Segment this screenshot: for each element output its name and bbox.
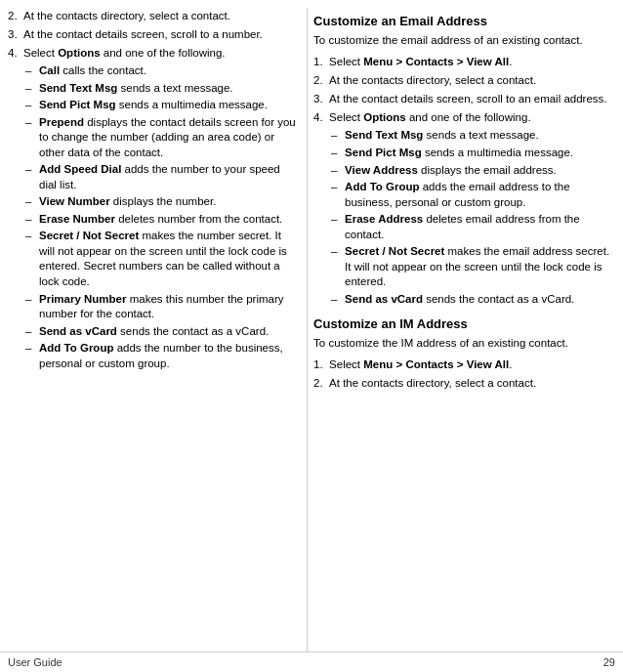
bullet-view-number: – View Number displays the number. — [25, 194, 297, 210]
email-step-3: 3. At the contact details screen, scroll… — [313, 91, 615, 106]
page-container: 2. At the contacts directory, select a c… — [0, 0, 623, 672]
bullet-view-number-text: View Number displays the number. — [39, 194, 297, 210]
step-3-text: At the contact details screen, scroll to… — [23, 26, 297, 42]
email-bullet-send-pict-msg-text: Send Pict Msg sends a multimedia message… — [345, 146, 615, 161]
bullet-erase-number-text: Erase Number deletes number from the con… — [39, 212, 297, 228]
email-bullet-list: – Send Text Msg sends a text message. – … — [331, 128, 615, 307]
email-bullet-send-pict-msg: – Send Pict Msg sends a multimedia messa… — [331, 146, 615, 161]
step-3-num: 3. — [8, 26, 23, 42]
email-step-1: 1. Select Menu > Contacts > View All. — [313, 54, 615, 69]
email-step-4-num: 4. — [313, 109, 329, 125]
email-bullet-send-text-msg: – Send Text Msg sends a text message. — [331, 128, 615, 144]
bullet-dash: – — [25, 194, 39, 210]
email-step-3-text: At the contact details screen, scroll to… — [329, 91, 615, 106]
bullet-dash: – — [25, 324, 39, 340]
step-4: 4. Select Options and one of the followi… — [8, 45, 297, 61]
bullet-send-text-msg-text: Send Text Msg sends a text message. — [39, 81, 297, 97]
bullet-dash: – — [25, 212, 39, 228]
bullet-call-text: Call calls the contact. — [39, 63, 297, 79]
email-bullet-add-to-group-text: Add To Group adds the email address to t… — [345, 180, 615, 210]
bullet-dash: – — [331, 180, 345, 210]
step-2-text: At the contacts directory, select a cont… — [23, 8, 297, 23]
bullet-erase-number: – Erase Number deletes number from the c… — [25, 212, 297, 228]
footer-bar: User Guide 29 — [0, 651, 623, 672]
bullet-send-pict-msg-text: Send Pict Msg sends a multimedia message… — [39, 98, 297, 113]
step-4-text: Select Options and one of the following. — [23, 45, 297, 61]
footer-label: User Guide — [8, 656, 62, 668]
bullet-primary-number-text: Primary Number makes this number the pri… — [39, 292, 297, 322]
bullet-dash: – — [331, 212, 345, 242]
email-step-2: 2. At the contacts directory, select a c… — [313, 72, 615, 88]
bullet-dash: – — [331, 244, 345, 290]
bullet-dash: – — [25, 63, 39, 79]
im-section-title: Customize an IM Address — [313, 316, 615, 331]
footer-page: 29 — [603, 656, 615, 668]
bullet-dash: – — [25, 98, 39, 113]
bullet-add-speed-dial-text: Add Speed Dial adds the number to your s… — [39, 162, 297, 192]
email-section-title: Customize an Email Address — [313, 14, 615, 28]
im-step-1: 1. Select Menu > Contacts > View All. — [313, 357, 615, 372]
bullet-secret-text: Secret / Not Secret makes the number sec… — [39, 229, 297, 289]
bullet-dash: – — [25, 162, 39, 192]
bullet-dash: – — [331, 128, 345, 144]
bullet-send-pict-msg: – Send Pict Msg sends a multimedia messa… — [25, 98, 297, 113]
email-section-intro: To customize the email address of an exi… — [313, 32, 615, 48]
im-step-2-num: 2. — [313, 375, 329, 391]
content-area: 2. At the contacts directory, select a c… — [0, 8, 623, 651]
bullet-add-speed-dial: – Add Speed Dial adds the number to your… — [25, 162, 297, 192]
bullet-dash: – — [25, 229, 39, 289]
im-step-1-text: Select Menu > Contacts > View All. — [329, 357, 615, 372]
email-bullet-view-address-text: View Address displays the email address. — [345, 163, 615, 179]
bullet-send-vcard-text: Send as vCard sends the contact as a vCa… — [39, 324, 297, 340]
bullet-dash: – — [25, 115, 39, 161]
bullet-prepend-text: Prepend displays the contact details scr… — [39, 115, 297, 161]
bullet-dash: – — [25, 292, 39, 322]
email-bullet-secret-text: Secret / Not Secret makes the email addr… — [345, 244, 615, 290]
im-step-1-num: 1. — [313, 357, 329, 372]
left-bullet-list: – Call calls the contact. – Send Text Ms… — [25, 63, 297, 371]
step-3: 3. At the contact details screen, scroll… — [8, 26, 297, 42]
email-bullet-secret: – Secret / Not Secret makes the email ad… — [331, 244, 615, 290]
email-bullet-erase-address: – Erase Address deletes email address fr… — [331, 212, 615, 242]
email-bullet-send-text-msg-text: Send Text Msg sends a text message. — [345, 128, 615, 144]
right-column: Customize an Email Address To customize … — [307, 8, 615, 651]
step-4-num: 4. — [8, 45, 23, 61]
bullet-dash: – — [331, 163, 345, 179]
bullet-send-vcard: – Send as vCard sends the contact as a v… — [25, 324, 297, 340]
email-step-1-text: Select Menu > Contacts > View All. — [329, 54, 615, 69]
email-step-4-text: Select Options and one of the following. — [329, 109, 615, 125]
bullet-add-to-group-text: Add To Group adds the number to the busi… — [39, 341, 297, 371]
bullet-secret: – Secret / Not Secret makes the number s… — [25, 229, 297, 289]
email-bullet-view-address: – View Address displays the email addres… — [331, 163, 615, 179]
step-2-num: 2. — [8, 8, 23, 23]
email-step-1-num: 1. — [313, 54, 329, 69]
left-column: 2. At the contacts directory, select a c… — [8, 8, 307, 651]
step-2: 2. At the contacts directory, select a c… — [8, 8, 297, 23]
bullet-dash: – — [331, 146, 345, 161]
bullet-dash: – — [331, 292, 345, 308]
email-bullet-add-to-group: – Add To Group adds the email address to… — [331, 180, 615, 210]
im-section-intro: To customize the IM address of an existi… — [313, 335, 615, 351]
email-step-2-text: At the contacts directory, select a cont… — [329, 72, 615, 88]
email-step-2-num: 2. — [313, 72, 329, 88]
email-step-3-num: 3. — [313, 91, 329, 106]
bullet-primary-number: – Primary Number makes this number the p… — [25, 292, 297, 322]
bullet-prepend: – Prepend displays the contact details s… — [25, 115, 297, 161]
bullet-call: – Call calls the contact. — [25, 63, 297, 79]
bullet-dash: – — [25, 341, 39, 371]
bullet-send-text-msg: – Send Text Msg sends a text message. — [25, 81, 297, 97]
im-step-2-text: At the contacts directory, select a cont… — [329, 375, 615, 391]
bullet-dash: – — [25, 81, 39, 97]
email-bullet-send-vcard-text: Send as vCard sends the contact as a vCa… — [345, 292, 615, 308]
email-bullet-send-vcard: – Send as vCard sends the contact as a v… — [331, 292, 615, 308]
email-step-4: 4. Select Options and one of the followi… — [313, 109, 615, 125]
im-step-2: 2. At the contacts directory, select a c… — [313, 375, 615, 391]
bullet-add-to-group: – Add To Group adds the number to the bu… — [25, 341, 297, 371]
email-bullet-erase-address-text: Erase Address deletes email address from… — [345, 212, 615, 242]
